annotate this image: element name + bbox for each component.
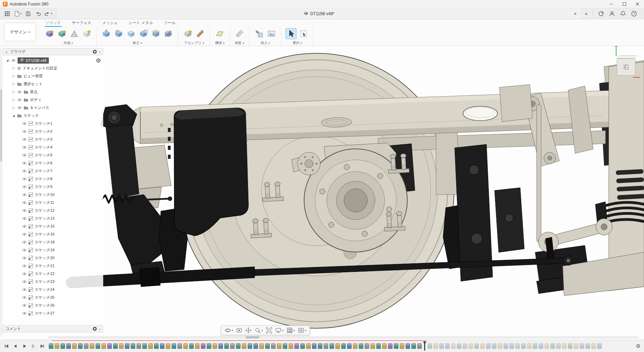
browser-node[interactable]: ▷ボディ (3, 96, 103, 104)
extrude-feature-icon[interactable] (574, 343, 578, 349)
notifications-icon[interactable] (619, 10, 627, 18)
expander-collapsed-icon[interactable]: ▷ (12, 75, 15, 78)
pan-icon[interactable] (244, 326, 253, 334)
ribbon-group-label-4[interactable]: 構築▾ (215, 40, 224, 46)
joint-icon[interactable] (195, 28, 206, 39)
sketch-row[interactable]: スケッチ8 (3, 175, 103, 183)
look-at-icon[interactable] (235, 326, 244, 334)
extrude-feature-icon[interactable] (195, 343, 200, 349)
sketch-feature-icon[interactable] (521, 343, 526, 349)
sketch-row[interactable]: スケッチ5 (3, 151, 103, 159)
sketch-row[interactable]: スケッチ26 (3, 301, 103, 309)
mirror-feature-icon[interactable] (388, 343, 393, 349)
sketch-feature-icon[interactable] (236, 343, 240, 349)
sketch-feature-icon[interactable] (533, 343, 537, 349)
ribbon-group-label-2[interactable]: 修正▾ (132, 40, 142, 46)
joint-feature-icon[interactable] (445, 343, 450, 349)
joint-feature-icon[interactable] (125, 343, 129, 349)
ribbon-tab-5[interactable]: ツール (163, 20, 176, 27)
sketch-row[interactable]: スケッチ12 (3, 207, 103, 214)
hole-feature-icon[interactable] (84, 343, 88, 349)
sketch-row[interactable]: スケッチ1 (3, 120, 103, 128)
mirror-feature-icon[interactable] (201, 343, 205, 349)
browser-root-row[interactable]: ◢ DT115B v48 (3, 56, 103, 64)
expander-collapsed-icon[interactable]: ▷ (12, 98, 15, 101)
sketch-feature-icon[interactable] (154, 343, 159, 349)
visibility-eye-icon[interactable] (22, 225, 27, 228)
extrude-feature-icon[interactable] (480, 343, 485, 349)
sketch-row[interactable]: スケッチ16 (3, 230, 103, 238)
visibility-eye-icon[interactable] (22, 256, 27, 260)
mirror-feature-icon[interactable] (294, 343, 299, 349)
sketch-row[interactable]: スケッチ25 (3, 294, 103, 301)
file-menu-icon[interactable]: ▾ (12, 10, 23, 18)
press-pull-icon[interactable] (101, 28, 112, 39)
mirror-feature-icon[interactable] (107, 343, 112, 349)
sketch-feature-icon[interactable] (113, 343, 118, 349)
construction-plane-icon[interactable] (214, 28, 225, 39)
visibility-eye-icon[interactable] (22, 177, 27, 180)
extrude-feature-icon[interactable] (433, 343, 438, 349)
viewports-icon[interactable]: ▾ (297, 326, 308, 334)
extrude-feature-icon[interactable] (562, 343, 567, 349)
ribbon-group-label-6[interactable]: 挿入▾ (260, 40, 270, 46)
sketch-feature-icon[interactable] (492, 343, 496, 349)
sketch-row[interactable]: スケッチ13 (3, 214, 103, 222)
joint-feature-icon[interactable] (597, 343, 602, 349)
panel-options-icon[interactable] (93, 327, 97, 331)
sketch-feature-icon[interactable] (318, 343, 322, 349)
sketch-feature-icon[interactable] (283, 343, 287, 349)
sketch-feature-icon[interactable] (142, 343, 147, 349)
extrude-feature-icon[interactable] (55, 343, 59, 349)
panel-options-icon[interactable] (93, 50, 97, 54)
extrude-feature-icon[interactable] (371, 343, 375, 349)
comments-bar[interactable]: コメント › (3, 325, 103, 332)
hole-feature-icon[interactable] (463, 343, 467, 349)
create-sketch-icon[interactable] (56, 28, 67, 39)
visibility-eye-icon[interactable] (22, 280, 27, 283)
left-scrollbar-thumb[interactable] (0, 89, 2, 162)
extrude-feature-icon[interactable] (353, 343, 357, 349)
extrude-feature-icon[interactable] (289, 343, 293, 349)
sketch-row[interactable]: スケッチ27 (3, 309, 103, 317)
browser-node[interactable]: ◢スケッチ (3, 112, 103, 120)
expander-collapsed-icon[interactable]: ▷ (12, 82, 15, 86)
visibility-eye-icon[interactable] (22, 241, 27, 244)
go-to-start-icon[interactable] (3, 342, 10, 350)
sketch-feature-icon[interactable] (189, 343, 194, 349)
browser-node[interactable]: ▷選択セット (3, 80, 103, 88)
hole-feature-icon[interactable] (271, 343, 276, 349)
create-form-icon[interactable] (81, 28, 92, 39)
insert-canvas-icon[interactable] (266, 28, 277, 39)
extrude-feature-icon[interactable] (400, 343, 404, 349)
extrude-feature-icon[interactable] (277, 343, 281, 349)
visibility-eye-icon[interactable] (22, 122, 27, 125)
extrude-feature-icon[interactable] (242, 343, 246, 349)
hole-feature-icon[interactable] (556, 343, 561, 349)
extrude-feature-icon[interactable] (213, 343, 217, 349)
viewcube[interactable]: 右 (615, 55, 637, 78)
sketch-feature-icon[interactable] (359, 343, 363, 349)
new-tab-button[interactable]: + (582, 10, 591, 18)
sketch-feature-icon[interactable] (330, 343, 334, 349)
sketch-feature-icon[interactable] (49, 343, 53, 349)
visibility-eye-icon[interactable] (22, 304, 27, 307)
sketch-feature-icon[interactable] (586, 343, 590, 349)
visibility-eye-icon[interactable] (22, 233, 27, 236)
document-tab[interactable]: DT115B v48* × (56, 8, 582, 19)
hole-feature-icon[interactable] (178, 343, 182, 349)
extrude-feature-icon[interactable] (527, 343, 532, 349)
timeline-scrollbar[interactable] (48, 336, 638, 339)
joint-feature-icon[interactable] (312, 343, 316, 349)
mirror-feature-icon[interactable] (486, 343, 491, 349)
visibility-eye-icon[interactable] (22, 264, 27, 267)
extrude-feature-icon[interactable] (451, 343, 455, 349)
extrude-feature-icon[interactable] (90, 343, 94, 349)
app-grid-icon[interactable] (3, 10, 12, 18)
expander-collapsed-icon[interactable]: ▷ (12, 90, 15, 94)
mirror-feature-icon[interactable] (580, 343, 584, 349)
viewcube-right-face[interactable]: 右 (617, 58, 635, 76)
joint-feature-icon[interactable] (347, 343, 352, 349)
maximize-button[interactable] (618, 0, 631, 8)
close-button[interactable] (631, 0, 644, 8)
